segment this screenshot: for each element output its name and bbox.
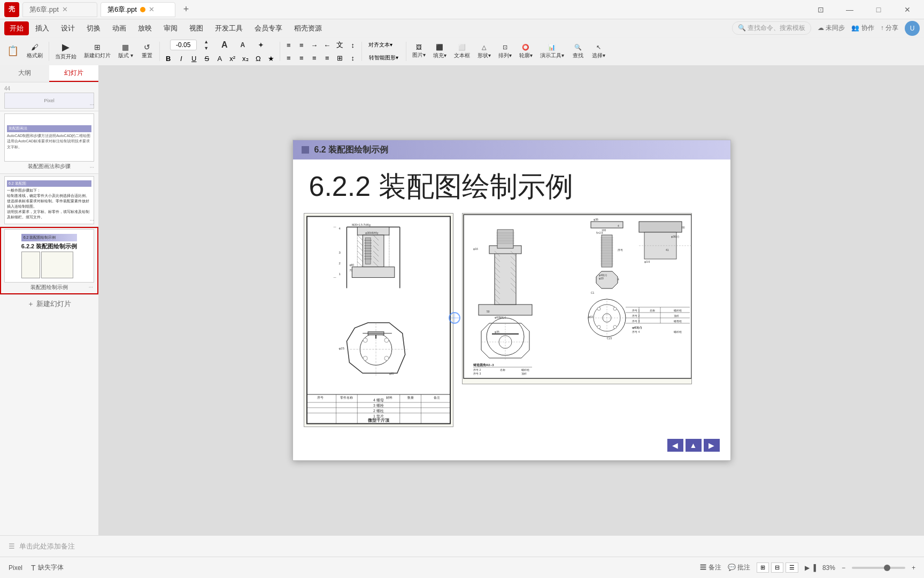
strikethrough-button[interactable]: S xyxy=(201,52,213,64)
menu-item-insert[interactable]: 插入 xyxy=(30,21,55,35)
collaborate-button[interactable]: 👥 协作 xyxy=(851,24,874,33)
numbered-list-button[interactable]: ≡ xyxy=(296,39,307,51)
menu-item-slideshow[interactable]: 放映 xyxy=(133,21,157,35)
shape-button[interactable]: △ 形状▾ xyxy=(474,39,494,64)
thumb-more-1[interactable]: ··· xyxy=(90,102,94,108)
special-char-button[interactable]: Ω xyxy=(252,52,264,64)
sort-button[interactable]: ↕ xyxy=(347,39,359,51)
comment-bar[interactable]: ☰ 单击此处添加备注 xyxy=(0,535,924,557)
search-box[interactable]: 🔍 查找命令、搜索模板 xyxy=(732,21,811,35)
font-size-small-button[interactable]: A xyxy=(234,39,251,51)
list-controls: ≡ ≡ → ← 文 ↕ ≡ ≡ ≡ ≡ ⊞ ↕ xyxy=(283,39,359,64)
indent-less-button[interactable]: ← xyxy=(321,39,333,51)
font-size-increase[interactable]: ▲ xyxy=(198,39,215,45)
menu-item-resources[interactable]: 稻壳资源 xyxy=(289,21,327,35)
menu-item-vip[interactable]: 会员专享 xyxy=(249,21,288,35)
slide-thumb-4[interactable]: 6.2 装配图绘制示例 6.2.2 装配图绘制示例 装配图绘制示例 ··· xyxy=(0,227,98,294)
justify-button[interactable]: ≡ xyxy=(321,52,333,64)
font-style-button[interactable]: 文 xyxy=(334,39,346,51)
text-align-button[interactable]: 对齐文本▾ xyxy=(365,39,397,51)
italic-button[interactable]: I xyxy=(175,52,187,64)
arrange-button[interactable]: ⊡ 排列▾ xyxy=(495,39,515,64)
slide-image-left[interactable]: 4 螺母 3 螺栓 2 螺柱 1 垫片 微型千斤顶 序号 零件名称 材料 数量 … xyxy=(304,213,453,427)
smart-art-button[interactable]: 转智能图形▾ xyxy=(365,52,403,64)
zoom-out-button[interactable]: − xyxy=(842,564,845,572)
new-slide-button[interactable]: ⊞ 新建幻灯片 xyxy=(81,39,114,64)
menu-item-devtools[interactable]: 开发工具 xyxy=(210,21,248,35)
select-button[interactable]: ↖ 选择▾ xyxy=(589,39,609,64)
slide-thumb-2[interactable]: 装配图画法 AutoCAD制图和步骤方法说明AutoCAD的二维绘图适用合Aut… xyxy=(0,111,98,174)
window-expand-button[interactable]: ⊡ xyxy=(808,2,833,17)
highlight-button[interactable]: ★ xyxy=(265,52,277,64)
underline-button[interactable]: U xyxy=(188,52,200,64)
align-bottom-button[interactable]: ⊞ xyxy=(334,52,346,64)
zoom-in-button[interactable]: + xyxy=(912,564,915,572)
font-clear-button[interactable]: ✦ xyxy=(252,39,270,51)
align-right-button[interactable]: ≡ xyxy=(309,52,320,64)
slide-thumb-1[interactable]: 44 Pixel ··· xyxy=(0,82,98,111)
tab-active[interactable]: 第6章.ppt ✕ xyxy=(101,2,175,17)
outline-tab[interactable]: 大纲 xyxy=(0,65,49,82)
tab-inactive[interactable]: 第6章.ppt ✕ xyxy=(22,2,97,17)
picture-button[interactable]: 🖼 图片▾ xyxy=(409,39,429,64)
slides-tab[interactable]: 幻灯片 xyxy=(49,65,98,82)
textbox-button[interactable]: ⬜ 文本框 xyxy=(451,39,473,64)
user-avatar[interactable]: U xyxy=(905,21,920,36)
font-color-button[interactable]: A xyxy=(214,52,226,64)
present-tool-button[interactable]: 📊 演示工具▾ xyxy=(537,39,567,64)
line-spacing-button[interactable]: ↕ xyxy=(347,52,359,64)
fill-button[interactable]: ⬛ 填充▾ xyxy=(430,39,450,64)
paste-button[interactable]: 📋 xyxy=(3,39,22,64)
normal-view-button[interactable]: ⊞ xyxy=(757,562,769,573)
zoom-slider[interactable] xyxy=(852,567,905,569)
bold-button[interactable]: B xyxy=(163,52,174,64)
font-icon: T xyxy=(31,564,36,572)
thumb-more-3[interactable]: ··· xyxy=(90,217,94,223)
prev-slide-button[interactable]: ◀ xyxy=(667,439,683,452)
layout-button[interactable]: ▦ 版式 ▾ xyxy=(115,39,136,64)
menu-item-view[interactable]: 视图 xyxy=(184,21,209,35)
slide-container[interactable]: 6.2 装配图绘制示例 6.2.2 装配图绘制示例 xyxy=(292,140,731,461)
font-size-decrease[interactable]: ▼ xyxy=(198,45,215,51)
window-close-button[interactable]: ✕ xyxy=(895,2,920,17)
outline-button[interactable]: ⭕ 轮廓▾ xyxy=(516,39,536,64)
thumb-more-2[interactable]: ··· xyxy=(90,164,94,170)
slide-title[interactable]: 6.2.2 装配图绘制示例 xyxy=(293,159,730,211)
svg-text:序号 2: 序号 2 xyxy=(473,368,481,371)
subscript-button[interactable]: x₂ xyxy=(240,52,251,64)
align-center-button[interactable]: ≡ xyxy=(296,52,307,64)
find-button[interactable]: 🔍 查找 xyxy=(568,39,588,64)
superscript-button[interactable]: x² xyxy=(227,52,238,64)
window-maximize-button[interactable]: □ xyxy=(866,2,891,17)
present-button[interactable]: ▶ ▐ xyxy=(805,564,816,572)
slideshow-start-button[interactable]: ▶ 当页开始 xyxy=(52,39,80,64)
font-size-input[interactable]: -0.05 xyxy=(170,40,197,50)
svg-rect-122 xyxy=(602,235,612,267)
menu-item-transition[interactable]: 切换 xyxy=(81,21,106,35)
menu-item-review[interactable]: 审阅 xyxy=(158,21,183,35)
font-size-large-button[interactable]: A xyxy=(216,39,233,51)
notes-toggle[interactable]: ☰ 备注 xyxy=(700,563,721,572)
align-left-button[interactable]: ≡ xyxy=(283,52,295,64)
slide-image-right[interactable]: φ35 φ16 50 φ60N6(√) 铸造圆角R2~3 序号 2 xyxy=(462,213,692,384)
tab2-close[interactable]: ✕ xyxy=(149,5,155,13)
new-tab-button[interactable]: + xyxy=(179,2,194,17)
bullet-list-button[interactable]: ≡ xyxy=(283,39,295,51)
reset-button[interactable]: ↺ 重置 xyxy=(137,39,157,64)
grid-view-button[interactable]: ⊟ xyxy=(771,562,783,573)
add-slide-button[interactable]: ＋ 新建幻灯片 xyxy=(0,294,98,313)
tab1-close[interactable]: ✕ xyxy=(62,5,68,13)
window-minimize-button[interactable]: — xyxy=(837,2,862,17)
indent-more-button[interactable]: → xyxy=(309,39,320,51)
thumb-more-4[interactable]: ··· xyxy=(89,284,93,290)
play-slide-button[interactable]: ▲ xyxy=(686,439,702,452)
menu-item-design[interactable]: 设计 xyxy=(56,21,80,35)
menu-item-start[interactable]: 开始 xyxy=(4,21,29,35)
format-painter-button[interactable]: 🖌 格式刷 xyxy=(24,39,46,64)
menu-item-animation[interactable]: 动画 xyxy=(107,21,132,35)
share-button[interactable]: ↑ 分享 xyxy=(881,24,898,33)
slide-thumb-3[interactable]: 6.2 装配图 一般作图步骤如下：绘制基准线，确定零件大小及比例选择合适比例。使… xyxy=(0,174,98,227)
comments-toggle[interactable]: 💬 批注 xyxy=(728,563,750,572)
outline-view-button[interactable]: ☰ xyxy=(786,562,798,573)
next-slide-button[interactable]: ▶ xyxy=(704,439,720,452)
